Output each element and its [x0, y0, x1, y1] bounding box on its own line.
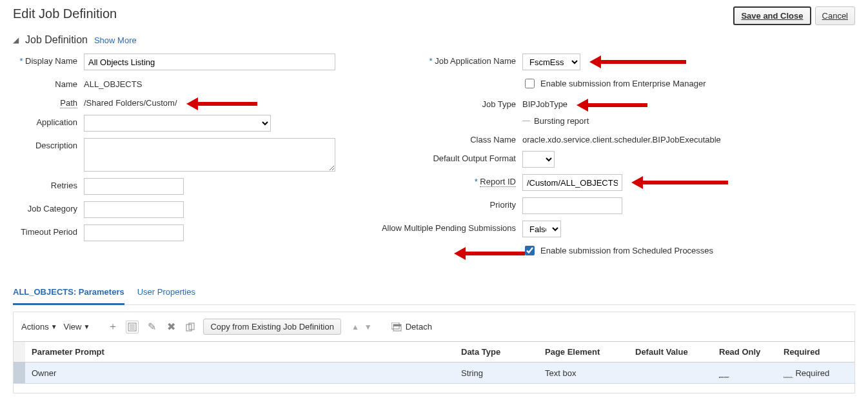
collapse-icon[interactable]: ◢ — [13, 35, 19, 45]
cell-data-type: String — [455, 362, 538, 384]
cell-prompt: Owner — [25, 362, 455, 384]
col-data-type: Data Type — [455, 342, 538, 362]
report-id-label: Report ID — [374, 174, 522, 186]
timeout-input[interactable] — [84, 224, 184, 241]
report-id-input[interactable] — [522, 174, 622, 191]
spacer — [374, 244, 522, 246]
display-name-label: Display Name — [13, 54, 84, 66]
move-up-icon[interactable]: ▲ — [351, 323, 359, 332]
section-title: Job Definition — [25, 34, 88, 46]
bursting-dash — [522, 121, 530, 121]
allow-multiple-label: Allow Multiple Pending Submissions — [374, 221, 522, 233]
row-handle-header — [14, 342, 25, 362]
job-category-input[interactable] — [84, 201, 184, 218]
application-select[interactable] — [84, 115, 271, 132]
name-value: ALL_OBJECTS — [84, 77, 142, 89]
job-type-label: Job Type — [374, 97, 522, 109]
svg-rect-7 — [393, 324, 401, 326]
cancel-button[interactable]: Cancel — [815, 6, 855, 25]
list-icon[interactable] — [126, 321, 139, 333]
copy-from-existing-button[interactable]: Copy from Existing Job Definition — [203, 319, 340, 335]
bursting-label: Bursting report — [534, 116, 589, 126]
class-name-value: oracle.xdo.service.client.scheduler.BIPJ… — [522, 132, 721, 144]
path-value: /Shared Folders/Custom/ — [84, 95, 177, 108]
enable-em-label: Enable submission from Enterprise Manage… — [540, 79, 706, 88]
save-and-close-button[interactable]: Save and Close — [733, 6, 811, 25]
table-row[interactable]: Owner String Text box __ __Required — [14, 362, 854, 384]
job-app-name-label: Job Application Name — [374, 54, 522, 66]
job-app-name-select[interactable]: FscmEss — [522, 54, 580, 70]
duplicate-icon[interactable] — [184, 321, 197, 333]
description-textarea[interactable] — [84, 138, 335, 172]
annotation-arrow — [589, 57, 686, 66]
default-output-select[interactable] — [522, 151, 555, 168]
delete-icon[interactable]: ✖ — [164, 321, 177, 333]
retries-input[interactable] — [84, 178, 184, 195]
cell-default-value — [629, 362, 713, 384]
annotation-arrow — [577, 101, 647, 110]
page-title: Edit Job Definition — [13, 6, 117, 21]
col-default-value: Default Value — [629, 342, 713, 362]
tab-user-properties[interactable]: User Properties — [137, 283, 195, 304]
move-down-icon[interactable]: ▼ — [364, 323, 372, 332]
row-handle[interactable] — [14, 362, 25, 384]
detach-button[interactable]: Detach — [391, 322, 432, 332]
cell-required: __Required — [777, 362, 854, 384]
col-read-only: Read Only — [713, 342, 777, 362]
annotation-arrow — [454, 249, 525, 258]
annotation-arrow — [631, 178, 728, 187]
col-page-element: Page Element — [538, 342, 629, 362]
spacer — [374, 77, 522, 79]
cell-read-only: __ — [713, 362, 777, 384]
add-icon[interactable]: ＋ — [106, 321, 119, 333]
enable-scheduled-checkbox[interactable] — [525, 246, 535, 255]
display-name-input[interactable] — [84, 54, 335, 70]
enable-em-checkbox[interactable] — [525, 79, 535, 88]
priority-label: Priority — [374, 197, 522, 210]
show-more-link[interactable]: Show More — [94, 35, 137, 45]
enable-scheduled-label: Enable submission from Scheduled Process… — [540, 246, 713, 255]
edit-icon[interactable]: ✎ — [145, 321, 158, 333]
col-required: Required — [777, 342, 854, 362]
spacer — [374, 116, 522, 119]
description-label: Description — [13, 138, 84, 150]
name-label: Name — [13, 77, 84, 89]
default-output-label: Default Output Format — [374, 151, 522, 163]
priority-input[interactable] — [522, 197, 622, 214]
tab-parameters[interactable]: ALL_OBJECTS: Parameters — [13, 283, 124, 305]
application-label: Application — [13, 115, 84, 127]
path-label: Path — [13, 95, 84, 108]
cell-page-element: Text box — [538, 362, 629, 384]
job-category-label: Job Category — [13, 201, 84, 213]
class-name-label: Class Name — [374, 132, 522, 144]
col-parameter-prompt: Parameter Prompt — [25, 342, 455, 362]
annotation-arrow — [186, 99, 257, 108]
retries-label: Retries — [13, 178, 84, 190]
view-menu[interactable]: View▼ — [64, 322, 90, 332]
job-type-value: BIPJobType — [522, 97, 567, 109]
actions-menu[interactable]: Actions▼ — [21, 322, 57, 332]
timeout-label: Timeout Period — [13, 224, 84, 237]
allow-multiple-select[interactable]: False — [522, 221, 561, 237]
